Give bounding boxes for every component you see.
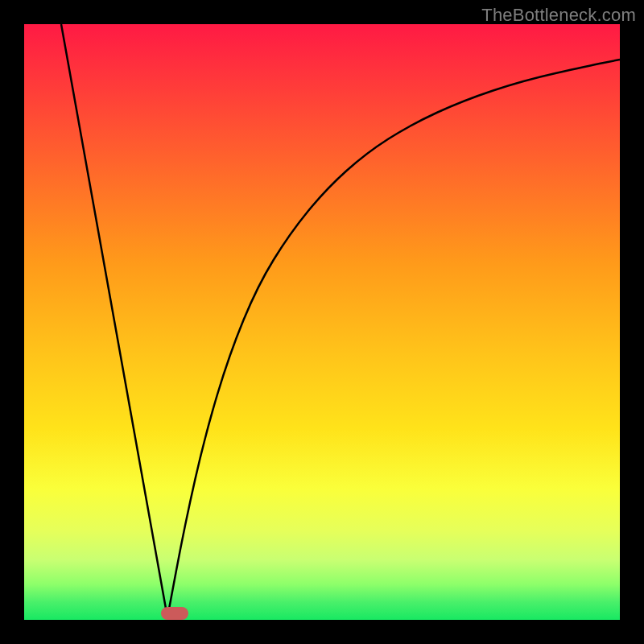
curve-path (61, 24, 620, 617)
plot-area (24, 24, 620, 620)
watermark-label: TheBottleneck.com (481, 5, 636, 26)
chart-svg (24, 24, 620, 620)
bottleneck-marker (161, 607, 188, 620)
chart-frame: TheBottleneck.com (0, 0, 644, 644)
